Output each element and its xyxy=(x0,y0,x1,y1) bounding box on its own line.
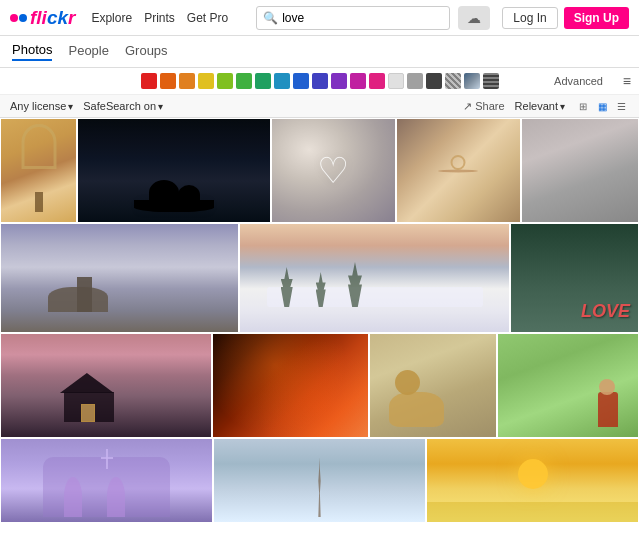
share-label: Share xyxy=(475,100,504,112)
safesearch-filter[interactable]: SafeSearch on xyxy=(83,100,163,112)
color-swatch-white[interactable] xyxy=(388,73,404,89)
login-button[interactable]: Log In xyxy=(502,7,557,29)
color-swatch-gray[interactable] xyxy=(407,73,423,89)
nav-get-pro[interactable]: Get Pro xyxy=(187,11,228,25)
color-swatch-pattern1[interactable] xyxy=(445,73,461,89)
signup-button[interactable]: Sign Up xyxy=(564,7,629,29)
search-icon: 🔍 xyxy=(263,11,278,25)
photo-boat[interactable] xyxy=(77,118,270,223)
color-swatch-blue[interactable] xyxy=(293,73,309,89)
love-sign-text: LOVE xyxy=(581,301,630,322)
tab-groups[interactable]: Groups xyxy=(125,43,168,60)
view-justified-icon[interactable]: ▦ xyxy=(594,98,610,114)
photo-eiffel[interactable] xyxy=(213,438,426,523)
photo-taj[interactable] xyxy=(0,118,77,223)
view-grid-icon[interactable]: ⊞ xyxy=(575,98,591,114)
logo-dot-pink xyxy=(10,14,18,22)
logo[interactable]: flickr xyxy=(10,7,75,29)
color-swatch-teal[interactable] xyxy=(255,73,271,89)
photo-sunset[interactable] xyxy=(426,438,639,523)
photo-row-1: ♡ xyxy=(0,118,639,223)
photo-hands[interactable] xyxy=(521,118,639,223)
nav-prints[interactable]: Prints xyxy=(144,11,175,25)
filter-bar: Any license SafeSearch on ↗ Share Releva… xyxy=(0,95,639,118)
photo-boy[interactable] xyxy=(497,333,639,438)
photo-row-4 xyxy=(0,438,639,523)
nav-explore[interactable]: Explore xyxy=(91,11,132,25)
nav-links: Explore Prints Get Pro xyxy=(91,11,228,25)
tab-people[interactable]: People xyxy=(68,43,108,60)
grid-lines-icon[interactable]: ≡ xyxy=(623,73,631,89)
color-swatch-red[interactable] xyxy=(141,73,157,89)
header: flickr Explore Prints Get Pro 🔍 ☁ Log In… xyxy=(0,0,639,36)
color-swatch-pink[interactable] xyxy=(369,73,385,89)
photo-dog[interactable] xyxy=(369,333,497,438)
auth-buttons: Log In Sign Up xyxy=(502,7,629,29)
color-swatch-purple[interactable] xyxy=(350,73,366,89)
search-bar: 🔍 xyxy=(256,6,450,30)
license-filter[interactable]: Any license xyxy=(10,100,73,112)
color-swatch-lime[interactable] xyxy=(217,73,233,89)
photo-book[interactable] xyxy=(396,118,521,223)
share-icon: ↗ xyxy=(463,100,472,113)
color-swatch-pattern2[interactable] xyxy=(464,73,480,89)
photo-park[interactable]: LOVE xyxy=(510,223,639,333)
photo-heart[interactable]: ♡ xyxy=(271,118,396,223)
photo-house[interactable] xyxy=(0,333,212,438)
cloud-upload-icon[interactable]: ☁ xyxy=(458,6,490,30)
photo-grid: ♡ xyxy=(0,118,639,523)
color-swatch-green[interactable] xyxy=(236,73,252,89)
photo-rock[interactable] xyxy=(0,223,239,333)
sub-nav: Photos People Groups xyxy=(0,36,639,68)
color-swatch-pattern3[interactable] xyxy=(483,73,499,89)
advanced-button[interactable]: Advanced xyxy=(554,75,603,87)
color-swatch-orange2[interactable] xyxy=(179,73,195,89)
logo-dot-blue xyxy=(19,14,27,22)
share-button[interactable]: ↗ Share xyxy=(463,100,504,113)
color-filter-bar: Advanced ≡ xyxy=(0,68,639,95)
color-swatch-dark[interactable] xyxy=(426,73,442,89)
photo-row-3 xyxy=(0,333,639,438)
color-swatch-cyan[interactable] xyxy=(274,73,290,89)
color-swatch-orange1[interactable] xyxy=(160,73,176,89)
photo-winter[interactable] xyxy=(239,223,510,333)
photo-row-2: LOVE xyxy=(0,223,639,333)
tab-photos[interactable]: Photos xyxy=(12,42,52,61)
relevant-filter[interactable]: Relevant xyxy=(515,100,565,112)
view-list-icon[interactable]: ☰ xyxy=(613,98,629,114)
color-swatch-indigo[interactable] xyxy=(312,73,328,89)
photo-church[interactable] xyxy=(0,438,213,523)
color-swatch-violet[interactable] xyxy=(331,73,347,89)
search-input[interactable] xyxy=(282,11,443,25)
color-swatch-yellow[interactable] xyxy=(198,73,214,89)
photo-leaves[interactable] xyxy=(212,333,368,438)
view-icons: ⊞ ▦ ☰ xyxy=(575,98,629,114)
logo-text: flickr xyxy=(30,7,75,29)
